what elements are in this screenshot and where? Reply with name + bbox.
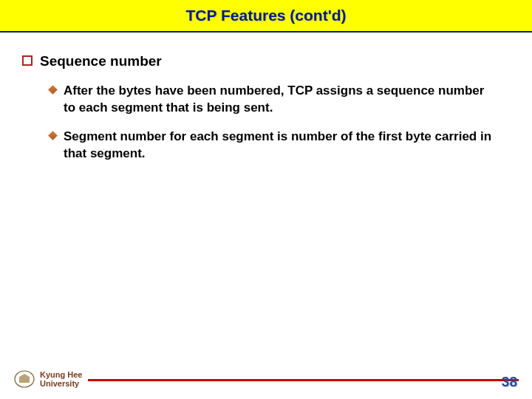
main-bullet: Sequence number	[22, 53, 510, 69]
square-bullet-icon	[22, 55, 33, 66]
sub-bullet-text: After the bytes have been numbered, TCP …	[64, 83, 495, 117]
page-number: 38	[502, 374, 517, 390]
svg-rect-1	[21, 378, 27, 383]
university-line2: University	[40, 379, 82, 388]
sub-bullet-text: Segment number for each segment is numbe…	[64, 129, 495, 163]
footer: Kyung Hee University 38	[0, 369, 532, 389]
slide-title: TCP Features (cont'd)	[186, 7, 347, 24]
university-logo-icon	[13, 369, 35, 389]
content-area: Sequence number After the bytes have bee…	[0, 33, 532, 163]
sub-bullet: After the bytes have been numbered, TCP …	[49, 83, 510, 117]
diamond-bullet-icon	[49, 132, 58, 140]
university-line1: Kyung Hee	[40, 370, 82, 379]
university-name: Kyung Hee University	[40, 370, 82, 388]
main-bullet-text: Sequence number	[40, 53, 162, 69]
footer-row: Kyung Hee University	[13, 369, 519, 389]
sub-bullet: Segment number for each segment is numbe…	[49, 129, 510, 163]
footer-divider	[88, 379, 519, 381]
title-bar: TCP Features (cont'd)	[0, 0, 532, 33]
diamond-bullet-icon	[49, 86, 58, 95]
